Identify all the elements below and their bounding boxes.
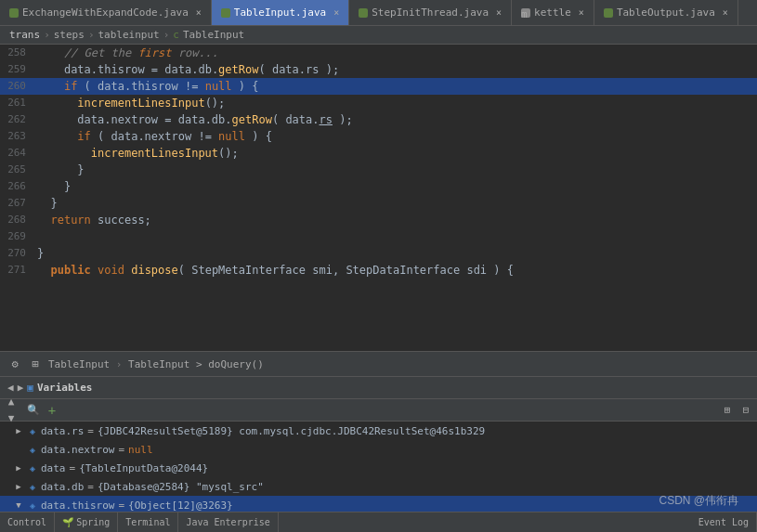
- line-num-269: 269: [0, 228, 33, 245]
- var-val-nextrow: null: [128, 444, 153, 456]
- expand-nextrow[interactable]: ▶: [13, 444, 24, 455]
- var-item-db[interactable]: ▶ ◈ data.db = {Database@2584} "mysql_src…: [0, 477, 757, 496]
- expand-data[interactable]: ▶: [13, 462, 24, 474]
- var-name-nextrow: data.nextrow: [41, 444, 114, 456]
- code-lines: 258 // Get the first row... 259 data.thi…: [0, 45, 757, 279]
- line-num-265: 265: [0, 162, 33, 178]
- bottom-tab-terminal[interactable]: Terminal: [118, 513, 178, 532]
- close-icon5[interactable]: ×: [723, 7, 728, 18]
- field-icon-db: ◈: [26, 480, 39, 493]
- code-line-260: 260 if ( data.thisrow != null ) {: [0, 78, 757, 95]
- line-num-259: 259: [0, 61, 33, 78]
- close-icon3[interactable]: ×: [496, 7, 502, 18]
- line-num-271: 271: [0, 262, 33, 279]
- code-content-270: }: [33, 245, 757, 262]
- tab-stepinit[interactable]: StepInitThread.java ×: [349, 0, 512, 25]
- code-content-271: public void dispose( StepMetaInterface s…: [33, 262, 757, 279]
- code-content-266: }: [33, 178, 757, 195]
- var-eq-nextrow: =: [118, 444, 124, 456]
- line-num-268: 268: [0, 212, 33, 228]
- debug-breadcrumb: TableInput › TableInput > doQuery(): [48, 358, 750, 370]
- field-icon-nextrow: ◈: [26, 443, 39, 456]
- code-content-259: data.thisrow = data.db.getRow( data.rs )…: [33, 61, 757, 78]
- bottom-tab-control[interactable]: Control: [0, 513, 55, 532]
- var-item-data[interactable]: ▶ ◈ data = {TableInputData@2044}: [0, 459, 757, 477]
- line-num-266: 266: [0, 178, 33, 195]
- code-line-258: 258 // Get the first row...: [0, 45, 757, 61]
- panel-expand-icon[interactable]: ▶: [18, 382, 24, 394]
- settings-icon[interactable]: ⚙: [7, 357, 22, 371]
- var-name-thisrow: data.thisrow: [41, 500, 114, 512]
- debug-toolbar: ⚙ ⊞ TableInput › TableInput > doQuery(): [0, 351, 757, 377]
- tab-tableoutput[interactable]: TableOutput.java ×: [594, 0, 738, 25]
- kettle-icon: m: [521, 8, 530, 18]
- tab-kettle[interactable]: m kettle ×: [512, 0, 594, 25]
- bottom-tab-java-enterprise-label: Java Enterprise: [186, 517, 269, 527]
- layout-icon[interactable]: ⊞: [28, 357, 43, 371]
- code-content-262: data.nextrow = data.db.getRow( data.rs )…: [33, 111, 757, 128]
- var-name-db: data.db: [41, 481, 84, 493]
- code-line-259: 259 data.thisrow = data.db.getRow( data.…: [0, 61, 757, 78]
- expand-db[interactable]: ▶: [13, 481, 24, 492]
- code-editor[interactable]: 258 // Get the first row... 259 data.thi…: [0, 45, 757, 351]
- field-icon-thisrow: ◈: [26, 499, 39, 512]
- filter-btn[interactable]: 🔍: [26, 403, 41, 418]
- code-content-265: }: [33, 162, 757, 178]
- line-num-262: 262: [0, 111, 33, 128]
- add-var-btn[interactable]: +: [45, 403, 59, 418]
- var-name-rs: data.rs: [41, 425, 84, 437]
- code-line-264: 264 incrementLinesInput();: [0, 145, 757, 162]
- java-icon: [9, 8, 19, 18]
- code-content-263: if ( data.nextrow != null ) {: [33, 128, 757, 145]
- bottom-tab-java-enterprise[interactable]: Java Enterprise: [178, 513, 278, 532]
- code-line-271: 271 public void dispose( StepMetaInterfa…: [0, 262, 757, 279]
- debug-breadcrumb-doquery: TableInput > doQuery(): [128, 358, 264, 370]
- panel-icon: ▣: [27, 382, 33, 394]
- code-line-267: 267 }: [0, 195, 757, 212]
- code-line-265: 265 }: [0, 162, 757, 178]
- editor-area: 258 // Get the first row... 259 data.thi…: [0, 45, 757, 351]
- var-name-data: data: [41, 462, 66, 474]
- collapse-all-btn[interactable]: ⊟: [738, 403, 753, 418]
- code-content-267: }: [33, 195, 757, 212]
- close-icon4[interactable]: ×: [579, 7, 584, 18]
- line-num-264: 264: [0, 145, 33, 162]
- close-icon2[interactable]: ×: [333, 7, 339, 18]
- breadcrumb-tableinput: tableinput: [98, 29, 160, 41]
- java-icon2: [221, 8, 230, 18]
- close-icon[interactable]: ×: [196, 7, 202, 18]
- bottom-tab-control-label: Control: [7, 517, 46, 527]
- code-line-262: 262 data.nextrow = data.db.getRow( data.…: [0, 111, 757, 128]
- up-arrow-btn[interactable]: ▲: [4, 395, 19, 409]
- bottom-tab-spring-icon: 🌱: [62, 517, 73, 527]
- bottom-tab-event-log[interactable]: Event Log: [691, 513, 757, 532]
- code-content-268: return success;: [33, 212, 757, 228]
- tab-label-stepinit: StepInitThread.java: [372, 6, 489, 19]
- code-content-261: incrementLinesInput();: [33, 95, 757, 111]
- var-eq-thisrow: =: [118, 500, 124, 512]
- expand-all-btn[interactable]: ⊞: [720, 403, 735, 418]
- expand-rs[interactable]: ▶: [13, 425, 24, 436]
- panel-collapse-icon[interactable]: ◀: [7, 382, 14, 394]
- breadcrumb-c-icon: c: [173, 29, 179, 41]
- code-line-270: 270 }: [0, 245, 757, 262]
- expand-thisrow[interactable]: ▼: [13, 500, 24, 511]
- java-icon4: [604, 8, 613, 18]
- var-val-thisrow: {Object[12]@3263}: [128, 500, 233, 512]
- panel-toolbar: ▲ ▼ 🔍 + ⊞ ⊟: [0, 399, 757, 422]
- code-line-269: 269: [0, 228, 757, 245]
- bottom-tab-bar: Control 🌱 Spring Terminal Java Enterpris…: [0, 512, 757, 532]
- bottom-tab-spring[interactable]: 🌱 Spring: [55, 513, 118, 532]
- line-num-258: 258: [0, 45, 33, 61]
- var-val-db: {Database@2584} "mysql_src": [98, 481, 264, 493]
- var-eq-rs: =: [87, 425, 94, 437]
- line-num-260: 260: [0, 78, 33, 95]
- var-item-nextrow[interactable]: ▶ ◈ data.nextrow = null: [0, 440, 757, 459]
- line-num-263: 263: [0, 128, 33, 145]
- code-content-264: incrementLinesInput();: [33, 145, 757, 162]
- code-line-261: 261 incrementLinesInput();: [0, 95, 757, 111]
- var-item-rs[interactable]: ▶ ◈ data.rs = {JDBC42ResultSet@5189} com…: [0, 422, 757, 440]
- line-num-270: 270: [0, 245, 33, 262]
- tab-exchange[interactable]: ExchangeWithExpandCode.java ×: [0, 0, 212, 25]
- tab-tableinput[interactable]: TableInput.java ×: [212, 0, 349, 25]
